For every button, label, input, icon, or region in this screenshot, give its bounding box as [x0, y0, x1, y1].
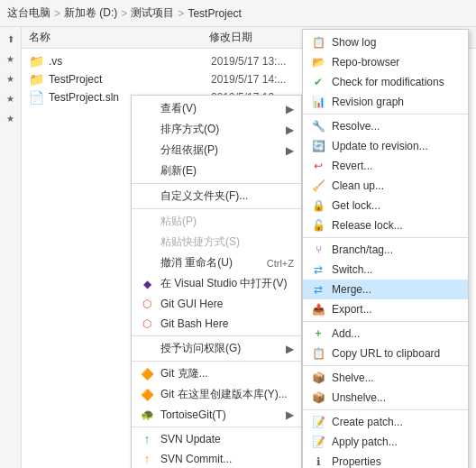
menu-label-view: 查看(V): [160, 101, 282, 116]
access-arrow: ▶: [286, 343, 294, 355]
menu-label-create-patch: Create patch...: [332, 416, 461, 428]
menu-item-create-patch[interactable]: 📝 Create patch...: [303, 412, 468, 432]
right-divider-5: [303, 409, 468, 410]
menu-item-svn-commit[interactable]: ↑ SVN Commit...: [132, 449, 301, 468]
menu-label-switch: Switch...: [332, 263, 461, 276]
menu-item-properties[interactable]: ℹ Properties: [303, 452, 468, 468]
shelve-icon: 📦: [310, 371, 326, 385]
right-divider-2: [303, 237, 468, 238]
revision-graph-icon: 📊: [310, 95, 326, 109]
paste-shortcut-icon: [139, 235, 155, 250]
menu-item-git-create[interactable]: 🔶 Git 在这里创建版本库(Y)...: [132, 384, 301, 405]
menu-label-shelve: Shelve...: [332, 372, 461, 384]
menu-item-git-clone[interactable]: 🔶 Git 克隆...: [132, 363, 301, 384]
view-arrow: ▶: [286, 103, 294, 115]
menu-item-open-vs[interactable]: ◆ 在 Visual Studio 中打开(V): [132, 273, 301, 294]
breadcrumb-sep-1: >: [54, 7, 60, 20]
menu-item-git-gui[interactable]: ⬡ Git GUI Here: [132, 294, 301, 314]
menu-item-update-revision[interactable]: 🔄 Update to revision...: [303, 136, 468, 156]
sidebar-icon-5: ★: [4, 114, 18, 128]
menu-label-merge: Merge...: [332, 283, 461, 296]
breadcrumb-part-2[interactable]: 新加卷 (D:): [64, 5, 117, 21]
menu-item-svn-update[interactable]: ↑ SVN Update: [132, 429, 301, 449]
file-name-vs: .vs: [49, 55, 211, 68]
menu-item-export[interactable]: 📤 Export...: [303, 299, 468, 319]
sidebar-icon-4: ★: [4, 94, 18, 108]
menu-item-customize[interactable]: 自定义文件夹(F)...: [132, 186, 301, 206]
menu-item-check-mods[interactable]: ✔ Check for modifications: [303, 72, 468, 92]
sort-arrow: ▶: [286, 124, 294, 136]
menu-label-revert: Revert...: [332, 160, 461, 172]
breadcrumb-part-3[interactable]: 测试项目: [131, 5, 174, 21]
divider-4: [132, 361, 301, 362]
git-create-icon: 🔶: [139, 388, 155, 402]
sidebar-icon-2: ★: [4, 54, 18, 69]
menu-label-svn-update: SVN Update: [160, 433, 294, 445]
group-icon: [139, 143, 155, 158]
unshelve-icon: 📦: [310, 390, 326, 405]
context-menu-left: 查看(V) ▶ 排序方式(O) ▶ 分组依据(P) ▶ 刷新(E) 自定义文件夹…: [131, 95, 302, 468]
menu-label-paste-shortcut: 粘贴快捷方式(S): [160, 234, 294, 250]
menu-label-cleanup: Clean up...: [332, 179, 461, 192]
menu-item-undo[interactable]: 撤消 重命名(U) Ctrl+Z: [132, 252, 301, 273]
customize-icon: [139, 189, 155, 204]
menu-item-get-lock[interactable]: 🔒 Get lock...: [303, 196, 468, 216]
breadcrumb-part-1[interactable]: 这台电脑: [7, 5, 50, 21]
cleanup-icon: 🧹: [310, 179, 326, 193]
menu-item-unshelve[interactable]: 📦 Unshelve...: [303, 388, 468, 408]
file-name-testproject: TestProject: [49, 73, 211, 86]
menu-item-git-bash[interactable]: ⬡ Git Bash Here: [132, 314, 301, 334]
menu-item-refresh[interactable]: 刷新(E): [132, 161, 301, 181]
update-revision-icon: 🔄: [310, 139, 326, 153]
git-clone-icon: 🔶: [139, 367, 155, 381]
menu-item-repo-browser[interactable]: 📂 Repo-browser: [303, 52, 468, 72]
menu-item-copy-url[interactable]: 📋 Copy URL to clipboard: [303, 344, 468, 363]
menu-item-sort[interactable]: 排序方式(O) ▶: [132, 119, 301, 140]
divider-3: [132, 335, 301, 336]
menu-item-revision-graph[interactable]: 📊 Revision graph: [303, 92, 468, 112]
menu-item-resolve[interactable]: 🔧 Resolve...: [303, 116, 468, 136]
get-lock-icon: 🔒: [310, 198, 326, 213]
menu-label-copy-url: Copy URL to clipboard: [332, 347, 461, 360]
context-menu-right: 📋 Show log 📂 Repo-browser ✔ Check for mo…: [302, 29, 469, 468]
menu-item-group[interactable]: 分组依据(P) ▶: [132, 140, 301, 161]
menu-item-release-lock[interactable]: 🔓 Release lock...: [303, 216, 468, 235]
menu-item-switch[interactable]: ⇄ Switch...: [303, 260, 468, 280]
copy-url-icon: 📋: [310, 346, 326, 361]
undo-icon: [139, 256, 155, 271]
menu-label-access: 授予访问权限(G): [160, 341, 282, 356]
sidebar-icon-1: ⬆: [4, 34, 18, 49]
menu-item-add[interactable]: + Add...: [303, 324, 468, 344]
menu-label-get-lock: Get lock...: [332, 199, 461, 212]
menu-item-apply-patch[interactable]: 📝 Apply patch...: [303, 432, 468, 452]
menu-label-paste: 粘贴(P): [160, 214, 294, 229]
sort-icon: [139, 123, 155, 137]
svn-update-icon: ↑: [139, 432, 155, 446]
breadcrumb-sep-2: >: [121, 7, 127, 20]
create-patch-icon: 📝: [310, 415, 326, 429]
divider-2: [132, 208, 301, 209]
tortoisegit-icon: 🐢: [139, 408, 155, 422]
menu-item-merge[interactable]: ⇄ Merge...: [303, 280, 468, 299]
svn-commit-icon: ↑: [139, 452, 155, 466]
menu-item-shelve[interactable]: 📦 Shelve...: [303, 368, 468, 388]
menu-item-show-log[interactable]: 📋 Show log: [303, 32, 468, 52]
revert-icon: ↩: [310, 159, 326, 173]
git-gui-icon: ⬡: [139, 297, 155, 311]
repo-browser-icon: 📂: [310, 55, 326, 69]
right-divider-3: [303, 321, 468, 322]
menu-item-access[interactable]: 授予访问权限(G) ▶: [132, 338, 301, 359]
menu-item-branch-tag[interactable]: ⑂ Branch/tag...: [303, 240, 468, 260]
menu-label-customize: 自定义文件夹(F)...: [160, 188, 294, 204]
breadcrumb-part-4[interactable]: TestProject: [188, 7, 241, 20]
menu-item-paste-shortcut: 粘贴快捷方式(S): [132, 232, 301, 252]
tortoisegit-arrow: ▶: [286, 408, 294, 421]
menu-item-revert[interactable]: ↩ Revert...: [303, 156, 468, 176]
right-divider-4: [303, 365, 468, 366]
menu-item-view[interactable]: 查看(V) ▶: [132, 98, 301, 119]
menu-item-cleanup[interactable]: 🧹 Clean up...: [303, 176, 468, 196]
menu-item-paste: 粘贴(P): [132, 211, 301, 232]
menu-item-tortoisegit[interactable]: 🐢 TortoiseGit(T) ▶: [132, 405, 301, 425]
menu-label-refresh: 刷新(E): [160, 163, 294, 179]
sidebar-icons: ⬆ ★ ★ ★ ★: [0, 27, 22, 468]
